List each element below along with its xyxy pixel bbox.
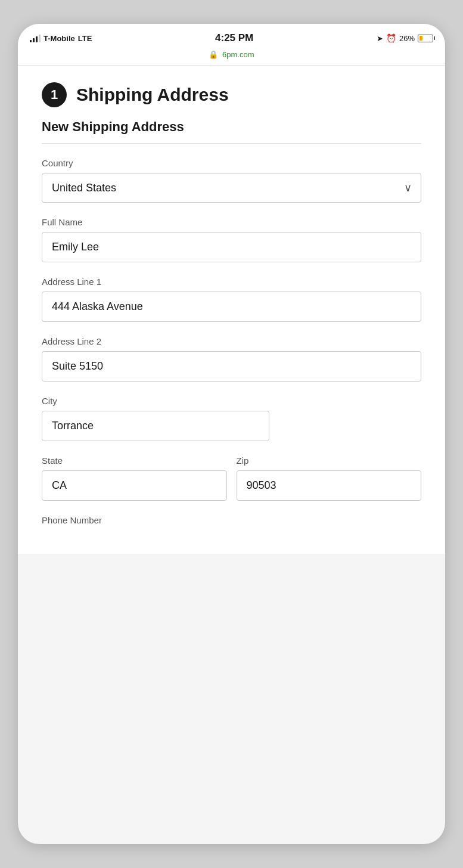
city-input[interactable] bbox=[42, 411, 269, 441]
carrier-label: T-Mobile bbox=[43, 34, 75, 43]
step-badge: 1 bbox=[42, 82, 67, 107]
lock-icon: 🔒 bbox=[209, 50, 218, 59]
address-line2-input[interactable] bbox=[42, 351, 421, 382]
state-zip-row: State Zip bbox=[42, 455, 421, 515]
city-group: City bbox=[42, 396, 421, 441]
url-text: 6pm.com bbox=[222, 50, 254, 59]
sub-title: New Shipping Address bbox=[42, 119, 421, 135]
zip-label: Zip bbox=[237, 455, 422, 466]
country-label: Country bbox=[42, 158, 421, 168]
status-right: ➤ ⏰ 26% bbox=[377, 33, 433, 43]
country-select-wrapper: United States Canada Mexico United Kingd… bbox=[42, 173, 421, 203]
state-input[interactable] bbox=[42, 470, 227, 501]
status-left: T-Mobile LTE bbox=[30, 34, 92, 43]
full-name-group: Full Name bbox=[42, 217, 421, 262]
full-name-label: Full Name bbox=[42, 217, 421, 227]
state-group: State bbox=[42, 455, 227, 501]
zip-group: Zip bbox=[237, 455, 422, 501]
status-bar: T-Mobile LTE 4:25 PM ➤ ⏰ 26% bbox=[18, 24, 445, 48]
location-icon: ➤ bbox=[377, 34, 383, 43]
phone-group: Phone Number bbox=[42, 515, 421, 525]
main-content: 1 Shipping Address New Shipping Address … bbox=[18, 66, 445, 554]
address-line2-group: Address Line 2 bbox=[42, 336, 421, 382]
battery-indicator bbox=[418, 35, 433, 42]
divider bbox=[42, 143, 421, 144]
battery-icon bbox=[418, 35, 433, 42]
address-line1-input[interactable] bbox=[42, 292, 421, 322]
zip-input[interactable] bbox=[237, 470, 422, 501]
full-name-input[interactable] bbox=[42, 232, 421, 262]
battery-percent: 26% bbox=[399, 34, 415, 43]
section-header: 1 Shipping Address bbox=[42, 82, 421, 107]
alarm-icon: ⏰ bbox=[386, 33, 396, 43]
battery-fill bbox=[420, 36, 422, 41]
signal-bars-icon bbox=[30, 35, 41, 42]
section-title: Shipping Address bbox=[76, 85, 229, 105]
city-label: City bbox=[42, 396, 421, 406]
address-line2-label: Address Line 2 bbox=[42, 336, 421, 346]
network-label: LTE bbox=[78, 34, 92, 43]
state-label: State bbox=[42, 455, 227, 466]
address-line1-label: Address Line 1 bbox=[42, 277, 421, 287]
country-select[interactable]: United States Canada Mexico United Kingd… bbox=[42, 173, 421, 203]
time-display: 4:25 PM bbox=[215, 32, 253, 44]
url-bar: 🔒 6pm.com bbox=[18, 48, 445, 66]
phone-label: Phone Number bbox=[42, 515, 421, 525]
phone-frame: T-Mobile LTE 4:25 PM ➤ ⏰ 26% 🔒 6pm.com 1… bbox=[18, 24, 445, 844]
address-line1-group: Address Line 1 bbox=[42, 277, 421, 322]
country-group: Country United States Canada Mexico Unit… bbox=[42, 158, 421, 203]
